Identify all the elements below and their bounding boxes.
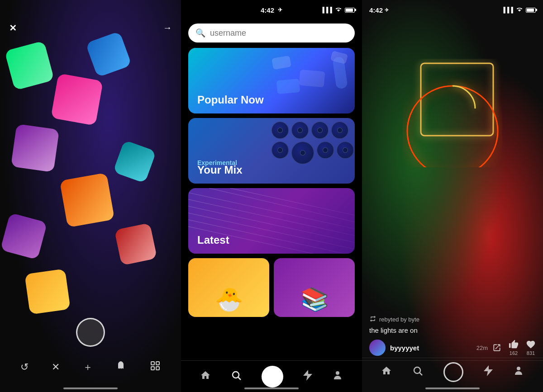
cube-blue xyxy=(86,31,132,78)
battery-icon xyxy=(345,8,355,13)
panel2-status-bar: 4:42 ✈ ▐▐▐ xyxy=(181,0,362,20)
panel1-video-feed: ✕ → ↺ ✕ ＋ xyxy=(0,0,181,392)
panel3-home-icon[interactable] xyxy=(381,365,392,379)
rebyte-text: rebyted by byte xyxy=(379,316,419,323)
disc-6 xyxy=(291,142,314,164)
post-time: 22m xyxy=(476,345,488,351)
cube-orange xyxy=(60,173,115,228)
panel3-status-icons: ▐▐▐ xyxy=(501,7,536,13)
svg-point-19 xyxy=(517,367,520,370)
svg-point-12 xyxy=(233,372,239,378)
user-avatar[interactable] xyxy=(369,340,386,356)
svg-point-17 xyxy=(414,367,420,373)
like-button[interactable]: 162 xyxy=(509,340,519,356)
small-cards-row: 🐣 📚 xyxy=(188,258,355,317)
panel3-status-bar: 4:42 ✈ ▐▐▐ xyxy=(362,0,543,20)
panel3-home-indicator xyxy=(425,387,480,389)
username-label[interactable]: byyyyyet xyxy=(390,344,472,352)
panel2-nav-arrow: ✈ xyxy=(278,7,282,13)
panel3-bottom-bar xyxy=(362,360,543,383)
cube-pink xyxy=(51,73,103,126)
panel2-discover: 4:42 ✈ ▐▐▐ 🔍 xyxy=(181,0,362,392)
your-mix-card[interactable]: Experimental Your Mix xyxy=(188,118,355,184)
latest-label: Latest xyxy=(197,234,229,246)
cube-teal xyxy=(113,140,156,183)
disc-1 xyxy=(272,122,289,139)
svg-rect-15 xyxy=(421,63,493,136)
discover-content: Popular Now Experimental Your Mix xyxy=(181,48,362,360)
panel2-home-icon[interactable] xyxy=(200,370,211,383)
your-mix-label: Your Mix xyxy=(197,164,243,176)
disc-3 xyxy=(311,122,329,139)
latest-card[interactable]: Latest xyxy=(188,188,355,254)
search-input[interactable] xyxy=(210,28,348,38)
svg-point-14 xyxy=(336,371,339,375)
share-button[interactable] xyxy=(492,343,501,352)
like-count: 162 xyxy=(510,350,518,356)
your-mix-discs xyxy=(268,118,355,184)
cube-purple2 xyxy=(0,213,47,260)
panel1-home-indicator xyxy=(63,387,118,389)
ghost-icon[interactable] xyxy=(116,360,127,374)
svg-line-13 xyxy=(238,377,241,380)
svg-line-4 xyxy=(188,193,355,229)
panel2-record-button[interactable] xyxy=(262,366,283,387)
panel3-search-icon[interactable] xyxy=(412,365,423,379)
refresh-icon[interactable]: ↺ xyxy=(20,361,29,373)
popular-now-label: Popular Now xyxy=(197,94,264,106)
gallery-icon[interactable] xyxy=(150,360,161,374)
panel3-record-button[interactable] xyxy=(443,362,463,382)
svg-line-11 xyxy=(230,188,355,215)
action-icons: 162 831 xyxy=(492,340,536,356)
record-button[interactable] xyxy=(76,318,105,347)
panel2-home-indicator xyxy=(244,387,299,389)
cube-purple xyxy=(11,124,59,172)
panel3-time-area: 4:42 ✈ xyxy=(369,6,389,14)
svg-rect-1 xyxy=(156,362,159,365)
disc-2 xyxy=(291,122,309,139)
svg-rect-2 xyxy=(151,367,154,370)
discover-card[interactable]: 🐣 xyxy=(188,258,269,317)
rebyte-icon xyxy=(369,315,376,324)
next-arrow-button[interactable]: → xyxy=(163,23,172,33)
panel2-flash-icon[interactable] xyxy=(303,370,312,383)
user-row: byyyyyet 22m 162 xyxy=(369,340,536,356)
svg-line-10 xyxy=(209,188,355,222)
panel2-profile-icon[interactable] xyxy=(332,370,343,383)
video-divider xyxy=(362,358,543,358)
heart-button[interactable]: 831 xyxy=(526,340,536,356)
remove-icon[interactable]: ✕ xyxy=(52,361,60,373)
panel3-battery-icon xyxy=(526,8,536,13)
disc-7 xyxy=(317,142,334,159)
panel3-video-detail: 4:42 ✈ ▐▐▐ rebyted by byte the lights ar… xyxy=(362,0,543,392)
panel3-profile-icon[interactable] xyxy=(513,365,524,379)
animation-emoji: 📚 xyxy=(300,286,329,312)
cube-yellow xyxy=(24,269,71,315)
cube-red xyxy=(114,223,157,266)
panel3-flash-icon[interactable] xyxy=(484,365,493,379)
heart-count: 831 xyxy=(527,350,535,356)
panel3-wifi-icon xyxy=(516,7,523,13)
video-caption: the lights are on xyxy=(369,326,536,334)
svg-line-18 xyxy=(420,373,423,375)
panel3-time: 4:42 xyxy=(369,6,383,14)
close-button[interactable]: ✕ xyxy=(9,23,17,33)
popular-now-card[interactable]: Popular Now xyxy=(188,48,355,113)
svg-rect-3 xyxy=(156,367,159,370)
panel2-time: 4:42 xyxy=(261,6,274,14)
disc-4 xyxy=(331,122,348,139)
search-bar[interactable]: 🔍 xyxy=(188,24,355,43)
signal-bars-icon: ▐▐▐ xyxy=(320,7,332,13)
popular-now-decoration xyxy=(263,48,355,113)
animation-card[interactable]: 📚 xyxy=(274,258,355,317)
wifi-icon xyxy=(335,6,342,14)
add-icon[interactable]: ＋ xyxy=(83,360,93,374)
panel1-status-bar xyxy=(0,0,181,20)
disc-5 xyxy=(272,142,289,159)
neon-art xyxy=(403,59,502,167)
panel3-signal-icon: ▐▐▐ xyxy=(501,7,513,13)
panel3-video-info: rebyted by byte the lights are on byyyyy… xyxy=(362,315,543,356)
panel2-search-icon[interactable] xyxy=(231,370,242,383)
disc-8 xyxy=(337,142,354,159)
cube-green xyxy=(5,41,54,90)
